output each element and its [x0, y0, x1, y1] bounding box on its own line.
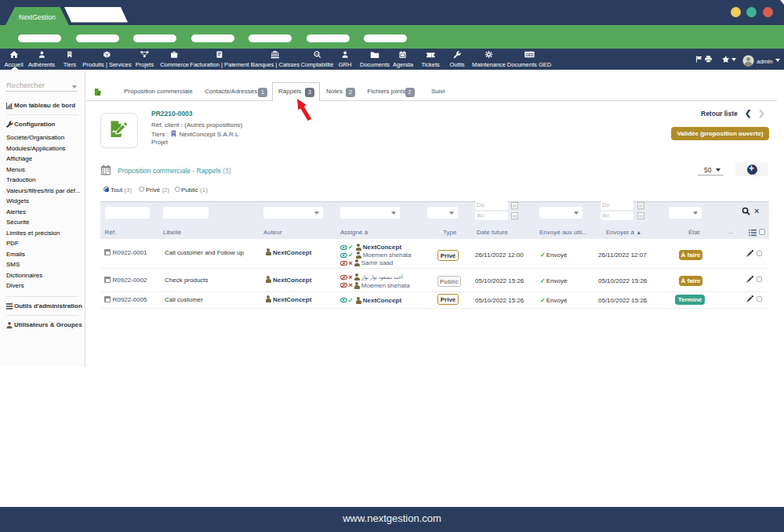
svg-text:GED: GED: [525, 53, 534, 57]
